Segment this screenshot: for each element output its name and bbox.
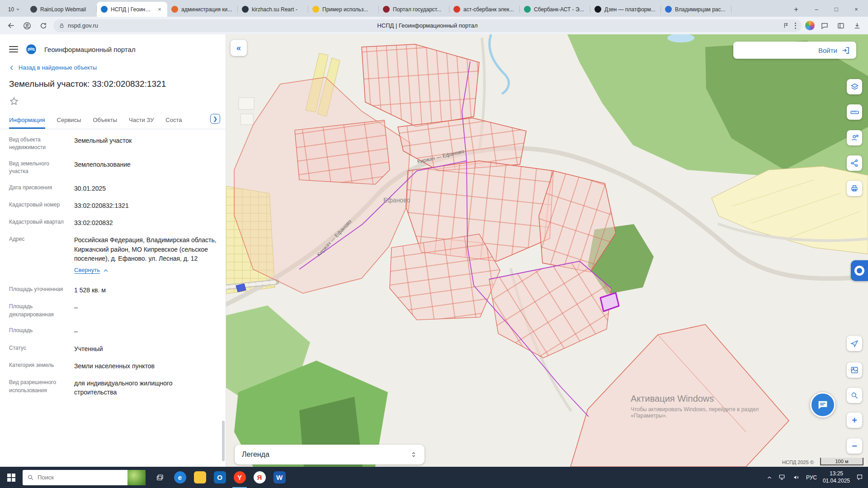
map-canvas[interactable]: Ефаново Киржач — Ефаново Киржач — Ефанов… [226,34,868,467]
network-icon[interactable] [778,474,787,481]
browser-tab[interactable]: Дзен — платформ... × [590,2,661,17]
print-button[interactable] [847,181,862,196]
url-text: nspd.gov.ru [68,22,98,29]
browser-tab[interactable]: аст-сбербанк элек... × [449,2,520,17]
tabs-scroll-right-button[interactable]: ❯ [210,114,220,124]
zoom-extent-button[interactable] [847,388,862,403]
field-row: Площадь уточненная 1 528 кв. м [0,282,226,299]
panel-tab[interactable]: Сервисы [57,113,81,129]
downloads-button[interactable] [851,19,863,32]
lock-icon [59,22,65,29]
back-button[interactable] [5,19,17,32]
chat-button[interactable] [818,19,831,32]
volume-icon[interactable] [793,474,800,481]
browser-tabs: RainLoop Webmail × НСПД | Геоинф... × ад… [26,2,788,17]
browser-tab[interactable]: Пример использ... × [308,2,379,17]
assistant-tab[interactable] [851,260,868,281]
app-icon: e [174,471,186,483]
field-row: Дата присвоения 30.01.2025 [0,180,226,197]
taskbar-app-button[interactable]: e [170,467,190,488]
magnifier-icon [850,391,859,400]
panel-tab[interactable]: Соста [165,113,182,129]
taskbar-app-button[interactable]: O [210,467,230,488]
field-value: Земельный участок [74,136,217,152]
app-icon [194,471,206,483]
browser-tab[interactable]: kirzhach.su Reart - × [238,2,308,17]
tray-chevron-icon[interactable] [766,474,773,481]
zoom-in-button[interactable]: + [847,413,862,428]
address-bar[interactable]: nspd.gov.ru НСПД | Геоинформационный пор… [53,19,802,32]
place-label: Ефаново [383,197,410,204]
support-button[interactable] [847,130,862,145]
hamburger-menu-icon[interactable] [9,46,18,52]
share-button[interactable] [847,155,862,171]
field-value: – [74,303,217,319]
chevron-up-icon [103,268,108,273]
refresh-button[interactable] [37,19,50,32]
menu-dots-icon[interactable] [795,23,796,29]
my-location-button[interactable] [847,336,862,351]
browser-tab[interactable]: администрация ки... × [167,2,238,17]
window-maximize-button[interactable]: □ [826,2,846,17]
field-row: Кадастровый номер 33:02:020832:1321 [0,197,226,214]
tab-counter-button[interactable]: 10 [2,2,26,17]
chat-widget-button[interactable] [810,392,835,418]
app-icon: O [214,471,226,483]
browser-tab[interactable]: RainLoop Webmail × [26,2,97,17]
favorite-star-icon[interactable] [9,96,19,106]
tab-counter-value: 10 [8,6,14,13]
taskbar-clock[interactable]: 13:25 01.04.2025 [823,470,850,484]
panel-tabs: ❯ Информация Сервисы Объекты Части ЗУ Со… [0,111,226,129]
field-value: Землепользование [74,160,217,176]
panel-scrollbar[interactable] [222,421,225,461]
taskbar-app-button[interactable]: Я [250,467,269,488]
taskbar-app-button[interactable]: Y [230,467,250,488]
collapse-address-link[interactable]: Свернуть [74,266,108,275]
screen: 10 RainLoop Webmail × НСПД | Геоинф... × [0,0,868,488]
profile-button[interactable] [21,19,33,32]
field-label: Кадастровый квартал [9,218,67,227]
measure-button[interactable] [847,104,862,120]
tab-close-icon[interactable]: × [156,6,163,13]
panel-tab[interactable]: Объекты [93,113,117,129]
legend-panel[interactable]: Легенда [235,445,425,465]
panel-tab[interactable]: Части ЗУ [129,113,154,129]
printer-icon [850,184,859,193]
search-input[interactable] [38,474,124,481]
zoom-out-button[interactable]: − [847,438,862,454]
basemap-button[interactable] [847,362,862,378]
tab-title: Владимирцам рас... [675,6,727,13]
login-label: Войти [818,47,837,54]
task-view-button[interactable] [150,467,170,488]
tab-title: RainLoop Webmail [40,6,93,13]
taskbar-app-button[interactable]: W [269,467,289,488]
field-value: для индивидуального жилищного строительс… [74,379,217,397]
browser-tab[interactable]: Портал государст... × [379,2,449,17]
new-tab-button[interactable]: + [788,2,804,17]
layers-icon [850,82,859,92]
notification-center-icon[interactable] [856,474,863,481]
window-minimize-button[interactable]: – [807,2,826,17]
field-value: 33:02:020832 [74,218,217,227]
scale-label: 100 м [835,459,849,464]
ruler-icon [850,108,859,117]
start-button[interactable] [0,467,23,488]
window-close-button[interactable]: × [846,2,866,17]
browser-avatar[interactable] [805,21,815,30]
field-row: Категория земель Земли населенных пункто… [0,357,226,375]
chat-bubble-icon [821,22,829,30]
taskbar-app-button[interactable] [190,467,210,488]
browser-tab[interactable]: Сбербанк-АСТ - Э... × [520,2,590,17]
browser-tab[interactable]: Владимирцам рас... × [661,2,731,17]
browser-tab[interactable]: НСПД | Геоинф... × [97,2,167,17]
panel-collapse-button[interactable]: « [231,40,247,56]
taskbar-search[interactable] [23,470,146,485]
back-to-results-link[interactable]: Назад в найденные объекты [0,59,226,72]
field-label: Площадь [9,327,67,336]
bookmark-flag-icon[interactable] [783,22,789,29]
panel-tab[interactable]: Информация [9,113,45,129]
login-button[interactable]: Войти [733,42,856,59]
side-panel-button[interactable] [835,19,847,32]
layers-button[interactable] [847,79,862,94]
language-indicator[interactable]: РУС [806,474,817,481]
